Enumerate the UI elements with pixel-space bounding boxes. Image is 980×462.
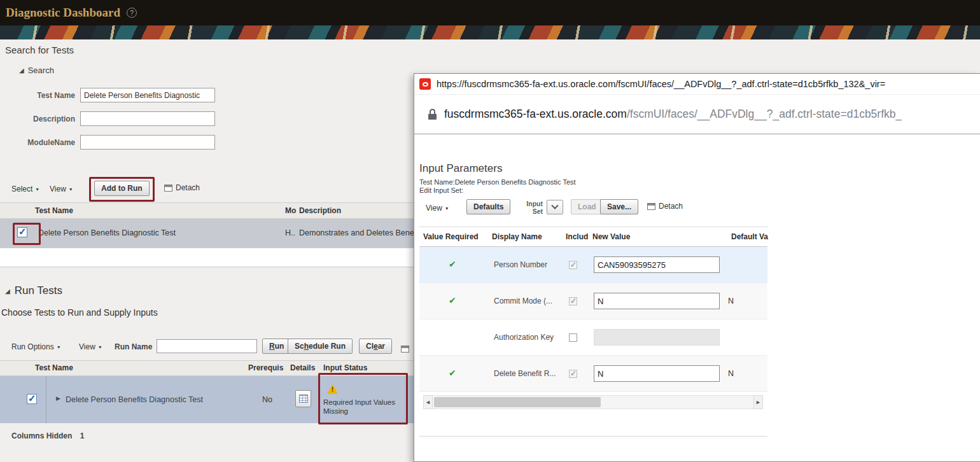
run-row-checkbox[interactable]: [27, 394, 37, 404]
run-name-label: Run Name: [115, 342, 152, 351]
lock-icon: [428, 109, 437, 120]
run-row-prerequisite: No: [262, 395, 272, 404]
scrollbar-track[interactable]: [433, 395, 753, 409]
scroll-left-icon[interactable]: ◄: [423, 395, 433, 409]
dialog-view-menu[interactable]: View ▼: [426, 204, 449, 213]
oracle-logo-icon: [419, 78, 431, 90]
dialog-detach-control[interactable]: Detach: [647, 202, 683, 211]
description-label: Description: [0, 115, 80, 123]
run-options-menu[interactable]: Run Options ▼: [11, 342, 61, 351]
row-module: H..: [285, 228, 295, 237]
col-display-name: Display Name: [492, 227, 542, 246]
commit-mode-input[interactable]: [594, 293, 720, 309]
input-set-dropdown[interactable]: [547, 200, 563, 214]
row-test-name: Delete Person Benefits Diagnostic Test: [38, 228, 176, 237]
scroll-right-icon[interactable]: ►: [753, 395, 763, 409]
scrollbar-thumb[interactable]: [434, 397, 601, 407]
col-include: Includ: [566, 227, 588, 246]
col-prerequisite: Prerequis: [248, 361, 283, 375]
warning-icon: [327, 384, 338, 394]
run-name-input[interactable]: [157, 339, 257, 353]
description-field-row: Description: [0, 111, 215, 126]
schedule-run-button[interactable]: Schedule Run: [288, 339, 353, 354]
help-icon[interactable]: ?: [127, 8, 137, 18]
search-expander[interactable]: ◢ Search: [19, 66, 54, 75]
input-parameters-dialog: https://fuscdrmsmc365-fa-ext.us.oracle.c…: [414, 73, 980, 462]
diagnostic-dashboard-screen: Diagnostic Dashboard ? Search for Tests …: [0, 0, 980, 462]
test-name-label: Test Name: [0, 91, 80, 100]
page-title: Diagnostic Dashboard: [6, 6, 120, 20]
decorative-banner: [0, 25, 980, 39]
clear-button[interactable]: Clear: [359, 339, 392, 354]
expand-row-icon[interactable]: ▶: [56, 395, 60, 402]
param-row-delete-benefit[interactable]: ✔ Delete Benefit R... N: [419, 356, 767, 392]
delete-benefit-input[interactable]: [594, 365, 720, 382]
dropdown-icon: ▼: [69, 187, 73, 192]
columns-hidden-count: 1: [80, 431, 85, 440]
run-tests-expander[interactable]: ◢ Run Tests: [5, 284, 62, 297]
row-select-checkbox[interactable]: [17, 227, 27, 237]
person-number-input[interactable]: [594, 256, 720, 273]
required-check-icon: ✔: [449, 295, 456, 305]
test-name-field-row: Test Name: [0, 88, 215, 102]
modulename-field-row: ModuleName: [0, 135, 215, 150]
col-test-name: Test Name: [35, 361, 73, 375]
col-value-required: Value Required: [423, 227, 479, 246]
include-checkbox[interactable]: [569, 333, 577, 342]
param-row-commit-mode[interactable]: ✔ Commit Mode (... N: [419, 283, 767, 319]
input-set-label: Input Set: [515, 200, 543, 215]
address-url: fuscdrmsmc365-fa-ext.us.oracle.com/fscmU…: [444, 108, 902, 121]
columns-hidden-note: Columns Hidden 1: [11, 430, 84, 441]
dialog-title-url: https://fuscdrmsmc365-fa-ext.us.oracle.c…: [437, 79, 885, 89]
row-description: Demonstrates and Deletes Benefits: [299, 228, 424, 237]
run-view-menu[interactable]: View ▼: [79, 342, 102, 351]
column-separator: [46, 376, 46, 423]
input-status-text: Required Input Values Missing: [323, 398, 403, 416]
default-value: N: [728, 369, 734, 378]
col-input-status: Input Status: [323, 361, 367, 375]
detach-icon: [647, 203, 655, 210]
authorization-key-input: [594, 329, 720, 346]
dropdown-icon: ▼: [98, 345, 102, 349]
run-button[interactable]: Run: [262, 339, 291, 354]
param-table-header: Value Required Display Name Includ New V…: [419, 227, 767, 247]
defaults-button[interactable]: Defaults: [466, 199, 510, 214]
view-menu[interactable]: View ▼: [50, 185, 73, 193]
run-tests-subtitle: Choose Tests to Run and Supply Inputs: [1, 307, 158, 318]
search-for-tests-title: Search for Tests: [5, 45, 74, 55]
combo-chevron-icon: [551, 202, 558, 209]
section-expanded-icon: ◢: [19, 67, 24, 74]
dialog-divider: [419, 436, 767, 437]
required-check-icon: ✔: [449, 259, 456, 269]
modulename-input[interactable]: [80, 135, 215, 150]
test-name-input[interactable]: [80, 88, 215, 102]
modulename-label: ModuleName: [0, 138, 80, 147]
required-check-icon: ✔: [449, 368, 456, 378]
detach-icon: [164, 185, 172, 192]
save-button[interactable]: Save...: [600, 199, 638, 214]
detach-control[interactable]: Detach: [164, 183, 200, 192]
add-to-run-button[interactable]: Add to Run: [94, 181, 150, 196]
param-row-authorization-key[interactable]: Authorization Key: [419, 319, 767, 356]
dropdown-icon: ▼: [35, 187, 39, 192]
details-grid-icon: [299, 395, 308, 403]
run-row-test-name: Delete Person Benefits Diagnostic Test: [66, 395, 203, 404]
load-button[interactable]: Load: [571, 199, 603, 214]
param-row-person-number[interactable]: ✔ Person Number: [419, 247, 767, 283]
dropdown-icon: ▼: [445, 206, 449, 211]
description-input[interactable]: [80, 111, 215, 126]
dialog-test-name-line: Test Name:Delete Person Benefits Diagnos…: [419, 178, 576, 186]
col-module: Mo: [285, 203, 296, 218]
details-button[interactable]: [295, 390, 311, 407]
col-test-name: Test Name: [35, 203, 73, 218]
dropdown-icon: ▼: [57, 345, 61, 349]
dialog-titlebar[interactable]: https://fuscdrmsmc365-fa-ext.us.oracle.c…: [414, 74, 980, 95]
run-tests-title: Run Tests: [15, 284, 62, 297]
select-menu[interactable]: Select ▼: [11, 185, 39, 193]
app-header: Diagnostic Dashboard ?: [0, 0, 980, 25]
dialog-address-bar[interactable]: fuscdrmsmc365-fa-ext.us.oracle.com/fscmU…: [414, 95, 980, 134]
horizontal-scrollbar[interactable]: ◄ ►: [423, 395, 763, 409]
run-detach-icon[interactable]: [401, 346, 409, 353]
col-description: Description: [299, 203, 341, 218]
col-default-value: Default Va: [731, 227, 768, 246]
